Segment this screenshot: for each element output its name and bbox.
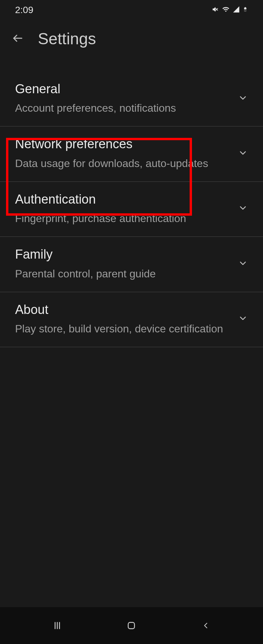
battery-icon	[243, 5, 248, 15]
settings-list: General Account preferences, notificatio…	[0, 58, 263, 347]
chevron-down-icon	[238, 93, 248, 104]
setting-subtitle: Play store, build version, device certif…	[15, 321, 224, 337]
setting-title: About	[15, 302, 224, 318]
app-bar: Settings	[0, 20, 263, 58]
setting-item-family[interactable]: Family Parental control, parent guide	[0, 237, 263, 292]
setting-item-authentication[interactable]: Authentication Fingerprint, purchase aut…	[0, 182, 263, 237]
setting-subtitle: Fingerprint, purchase authentication	[15, 210, 224, 226]
home-button[interactable]	[111, 615, 151, 636]
setting-title: Family	[15, 246, 224, 263]
status-icons	[212, 5, 248, 15]
back-button[interactable]	[186, 615, 226, 636]
chevron-down-icon	[238, 258, 248, 270]
setting-subtitle: Account preferences, notifications	[15, 100, 224, 116]
setting-title: Network preferences	[15, 136, 224, 152]
chevron-down-icon	[238, 203, 248, 214]
chevron-down-icon	[238, 313, 248, 325]
mute-icon	[212, 6, 219, 14]
svg-rect-4	[128, 623, 135, 629]
status-bar: 2:09	[0, 0, 263, 20]
signal-icon	[233, 6, 240, 14]
setting-item-general[interactable]: General Account preferences, notificatio…	[0, 71, 263, 126]
setting-title: Authentication	[15, 191, 224, 208]
setting-item-about[interactable]: About Play store, build version, device …	[0, 292, 263, 347]
recents-button[interactable]	[37, 615, 77, 636]
setting-subtitle: Data usage for downloads, auto-updates	[15, 155, 224, 171]
back-arrow-icon[interactable]	[12, 32, 24, 46]
wifi-icon	[222, 6, 230, 14]
page-title: Settings	[38, 30, 96, 48]
setting-title: General	[15, 81, 224, 97]
chevron-down-icon	[238, 148, 248, 159]
status-time: 2:09	[15, 5, 34, 15]
navigation-bar	[0, 607, 263, 644]
setting-item-network-preferences[interactable]: Network preferences Data usage for downl…	[0, 126, 263, 181]
setting-subtitle: Parental control, parent guide	[15, 266, 224, 282]
